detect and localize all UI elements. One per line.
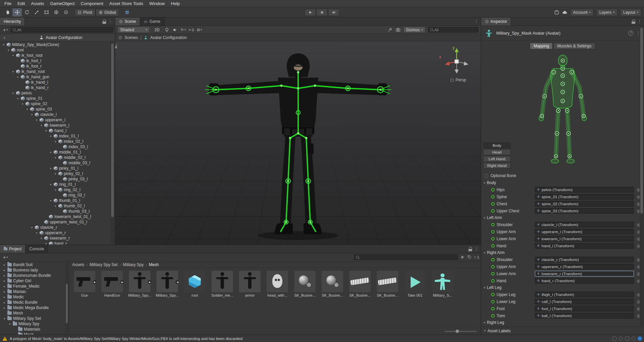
object-field[interactable]: upperarm_r (Transform)	[535, 264, 634, 269]
folder-tree-item[interactable]: ▸ Cyber Girl	[0, 278, 69, 284]
projection-label[interactable]: Persp	[450, 78, 466, 82]
foldout-arrow-icon[interactable]: ▾	[49, 151, 52, 154]
hierarchy-tree-item[interactable]: ▾ thumb_01_l	[0, 198, 115, 203]
breadcrumb-item[interactable]: Assets›	[72, 262, 88, 267]
create-asset-button[interactable]: +▾	[2, 254, 9, 260]
panel-menu-icon[interactable]: ⋮	[474, 247, 479, 251]
folder-tree-item[interactable]: Materials	[0, 327, 69, 332]
folder-tree-item[interactable]: ▾ Military Spy Set	[0, 316, 69, 321]
hierarchy-tree-item[interactable]: ▾ ik_hand_gun	[0, 74, 115, 80]
hierarchy-tree-item[interactable]: ik_hand_l	[0, 80, 115, 85]
asset-labels-footer[interactable]: ▾ Asset Labels	[481, 327, 644, 335]
hierarchy-tree-item[interactable]: ik_foot_r	[0, 63, 115, 69]
object-field[interactable]: lowerarm_r (Transform)	[535, 271, 634, 276]
menu-item[interactable]: Help	[168, 0, 183, 7]
custom-tool-button[interactable]	[61, 8, 71, 16]
hierarchy-tree-item[interactable]: ▾ clavicle_r	[0, 225, 115, 230]
object-field[interactable]: hand_r (Transform)	[535, 278, 634, 284]
asset-thumbnail[interactable]	[74, 271, 95, 292]
project-search-input[interactable]	[354, 254, 458, 260]
bone-section-header[interactable]: ▾ Body	[481, 179, 644, 186]
foldout-arrow-icon[interactable]: ▾	[11, 54, 15, 57]
foldout-arrow-icon[interactable]: ▸	[3, 296, 6, 299]
hierarchy-tree-item[interactable]: ▾ index_02_l	[0, 139, 115, 144]
code-coverage-icon[interactable]	[619, 337, 623, 341]
rotate-tool-button[interactable]	[22, 8, 32, 16]
bone-section-header[interactable]: ▾ Right Arm	[481, 249, 644, 256]
folder-tree-item[interactable]: ▾ Military Spy	[0, 321, 69, 327]
panel-menu-icon[interactable]: ⋮	[474, 19, 479, 24]
hierarchy-tree-item[interactable]: middle_03_l	[0, 160, 115, 166]
breadcrumb-item[interactable]: Mesh›	[149, 262, 158, 267]
asset-thumbnail[interactable]	[129, 271, 150, 292]
object-field[interactable]: foot_l (Transform)	[535, 306, 634, 311]
asset-thumbnail[interactable]	[404, 271, 426, 292]
asset-badge[interactable]	[175, 280, 180, 285]
object-field[interactable]: spine_01 (Transform)	[535, 194, 634, 200]
foldout-arrow-icon[interactable]: ▾	[16, 97, 19, 100]
foldout-arrow-icon[interactable]: ▾	[8, 323, 11, 326]
slider-knob[interactable]	[456, 330, 459, 333]
lock-icon[interactable]	[632, 19, 635, 24]
panel-menu-icon[interactable]: ⋮	[638, 19, 642, 24]
account-dropdown[interactable]: Account▾	[570, 9, 594, 16]
object-field[interactable]: upperarm_l (Transform)	[535, 229, 634, 234]
asset-item[interactable]: Military_Spy...	[156, 271, 179, 297]
folder-tree-item[interactable]: ▸ Businessman Bundle	[0, 273, 69, 278]
scene-search-input[interactable]: All	[428, 27, 478, 33]
layout-dropdown[interactable]: Layout▾	[620, 9, 641, 16]
foldout-arrow-icon[interactable]: ▾	[54, 156, 57, 159]
foldout-arrow-icon[interactable]: ▸	[3, 306, 6, 309]
hierarchy-tree-item[interactable]: ▾ spine_02	[0, 101, 115, 106]
hierarchy-tree-item[interactable]: ▾ hand_r	[0, 241, 115, 245]
asset-thumbnail[interactable]	[377, 271, 398, 292]
orientation-gizmo[interactable]: y x	[441, 46, 472, 77]
asset-item[interactable]: SK_Busine...	[293, 271, 316, 297]
foldout-arrow-icon[interactable]: ▸	[3, 274, 6, 277]
foldout-arrow-icon[interactable]: ▾	[49, 199, 52, 202]
object-field[interactable]: hand_l (Transform)	[535, 243, 634, 249]
foldout-arrow-icon[interactable]: ▾	[21, 102, 24, 105]
audio-toggle-icon[interactable]	[172, 27, 178, 33]
tab-inspector[interactable]: Inspector	[481, 17, 511, 26]
hierarchy-tree-item[interactable]: ▾ upperarm_r	[0, 230, 115, 236]
folder-tree-item[interactable]: ▸ Medic Mega Bundle	[0, 305, 69, 310]
scene-grid-dropdown-icon[interactable]: ▾	[196, 27, 202, 33]
hierarchy-tree-item[interactable]: ▾ index_01_l	[0, 133, 115, 139]
asset-thumbnail[interactable]	[184, 271, 205, 292]
asset-item[interactable]: armor	[238, 271, 261, 297]
object-field[interactable]: clavicle_r (Transform)	[535, 257, 634, 262]
pivot-toggle[interactable]: Pivot	[75, 9, 95, 16]
tab-game[interactable]: Game	[140, 17, 165, 26]
foldout-arrow-icon[interactable]: ▾	[54, 205, 57, 208]
object-field[interactable]: spine_03 (Transform)	[535, 208, 634, 214]
hierarchy-tree-item[interactable]: ▾ ik_hand_root	[0, 69, 115, 74]
asset-thumbnail[interactable]	[101, 271, 123, 292]
asset-thumbnail[interactable]	[349, 271, 371, 292]
asset-item[interactable]: Military_Spy...	[128, 271, 151, 297]
menu-item[interactable]: Asset Store Tools	[106, 0, 146, 7]
object-field[interactable]: pelvis (Transform)	[535, 187, 634, 193]
cloud-icon[interactable]	[562, 10, 567, 15]
gizmos-dropdown[interactable]: Gizmos▾	[403, 27, 425, 33]
tab-project[interactable]: Project	[0, 245, 26, 253]
lighting-toggle-icon[interactable]	[164, 27, 170, 33]
hierarchy-search-input[interactable]: All	[11, 27, 113, 33]
menu-item[interactable]: Component	[78, 0, 106, 7]
body-part-button[interactable]: Left Hand	[483, 156, 511, 162]
hierarchy-tree-item[interactable]: ▾ ring_01_l	[0, 182, 115, 187]
foldout-arrow-icon[interactable]: ▸	[3, 269, 6, 272]
hierarchy-tree-item[interactable]: ring_03_l	[0, 193, 115, 198]
foldout-arrow-icon[interactable]: ▾	[7, 49, 10, 52]
tab-console[interactable]: Console	[26, 245, 48, 253]
rect-tool-button[interactable]	[42, 8, 51, 16]
asset-thumbnail[interactable]	[322, 271, 343, 292]
asset-thumbnail[interactable]	[239, 271, 261, 292]
pause-button[interactable]	[316, 9, 328, 16]
status-message[interactable]: A polygon of Mesh 'body_main' in Assets/…	[10, 337, 610, 341]
collab-status-icon[interactable]	[625, 337, 629, 341]
foldout-arrow-icon[interactable]: ▾	[54, 188, 57, 191]
body-map-figure[interactable]	[526, 53, 599, 169]
breadcrumb-scenes[interactable]: Scenes	[125, 35, 138, 40]
object-field[interactable]: spine_02 (Transform)	[535, 201, 634, 207]
